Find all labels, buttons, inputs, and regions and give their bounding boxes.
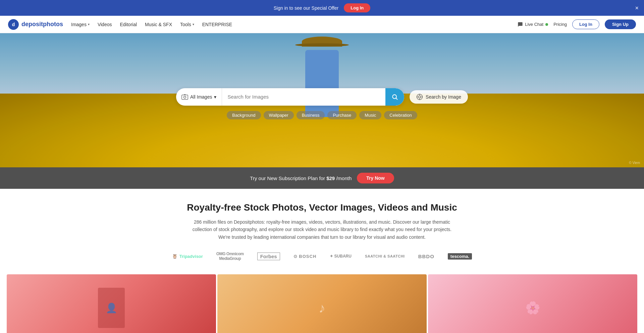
nav-music-label: Music & SFX xyxy=(145,22,172,27)
thumbnails-row: 👤 ♪ 🌸 xyxy=(7,274,637,333)
svg-line-3 xyxy=(396,98,397,99)
brand-subaru: ✦ SUBARU xyxy=(330,254,352,259)
announcement-text: Sign in to see our Special Offer xyxy=(274,5,339,11)
nav-left: d depositphotos Images ▾ Videos Editoria… xyxy=(8,19,518,30)
nav-enterprise-label: ENTERPRISE xyxy=(202,22,232,27)
nav-tools-label: Tools xyxy=(180,22,191,27)
tag-wallpaper[interactable]: Wallpaper xyxy=(264,111,294,119)
search-type-camera-icon xyxy=(181,94,188,100)
tag-business[interactable]: Business xyxy=(297,111,325,119)
search-container: All Images ▾ xyxy=(176,88,404,106)
person-hat xyxy=(302,37,342,47)
logo[interactable]: d depositphotos xyxy=(8,19,63,30)
nav-music[interactable]: Music & SFX xyxy=(145,22,172,27)
tripadvisor-icon: 🦉 xyxy=(172,254,177,259)
nav-videos-label: Videos xyxy=(98,22,112,27)
main-content: Royalty-free Stock Photos, Vector Images… xyxy=(0,189,644,333)
search-row: All Images ▾ Search by Image xyxy=(176,88,468,106)
logo-text: depositphotos xyxy=(21,21,63,28)
nav-editorial[interactable]: Editorial xyxy=(120,22,137,27)
login-button[interactable]: Log In xyxy=(572,19,599,29)
brand-omg: OMG OmnicomMediaGroup xyxy=(216,252,244,261)
live-chat-indicator xyxy=(545,23,548,26)
subscription-price: $29 xyxy=(326,175,335,181)
search-by-image-label: Search by Image xyxy=(426,94,461,100)
live-chat[interactable]: Live Chat xyxy=(518,22,548,27)
main-title: Royalty-free Stock Photos, Vector Images… xyxy=(7,202,637,213)
search-type-label: All Images xyxy=(190,94,212,100)
svg-point-1 xyxy=(184,96,186,98)
nav-images-label: Images xyxy=(71,22,87,27)
nav-videos[interactable]: Videos xyxy=(98,22,112,27)
announcement-login-button[interactable]: Log In xyxy=(344,3,370,12)
thumbnail-3[interactable]: 🌸 xyxy=(428,274,637,333)
nav-right: Live Chat Pricing Log In Sign Up xyxy=(518,19,636,29)
thumbnail-2[interactable]: ♪ xyxy=(217,274,427,333)
search-by-image-button[interactable]: Search by Image xyxy=(410,90,468,104)
nav-editorial-label: Editorial xyxy=(120,22,137,27)
hero-section: All Images ▾ Search by Image xyxy=(0,33,644,167)
search-type-arrow: ▾ xyxy=(214,94,216,100)
signup-button[interactable]: Sign Up xyxy=(605,19,636,29)
svg-rect-0 xyxy=(182,95,188,99)
brand-tripadvisor: 🦉 Tripadvisor xyxy=(172,254,203,259)
tag-music[interactable]: Music xyxy=(359,111,381,119)
nav-tools-arrow: ▾ xyxy=(193,22,194,26)
subscription-banner: Try our New Subscription Plan for $29 /m… xyxy=(0,167,644,189)
announcement-bar: Sign in to see our Special Offer Log In … xyxy=(0,0,644,16)
pricing-link[interactable]: Pricing xyxy=(553,22,567,27)
announcement-close-button[interactable]: × xyxy=(635,5,639,11)
brand-saatchi: SAATCHI & SAATCHI xyxy=(365,254,405,258)
svg-point-5 xyxy=(419,96,421,98)
try-now-button[interactable]: Try Now xyxy=(357,173,394,183)
main-navigation: d depositphotos Images ▾ Videos Editoria… xyxy=(0,16,644,33)
brands-row: 🦉 Tripadvisor OMG OmnicomMediaGroup Forb… xyxy=(7,252,637,261)
hero-watermark: © Viem xyxy=(629,161,640,165)
nav-images-arrow: ▾ xyxy=(88,22,90,26)
search-icon xyxy=(391,94,398,100)
nav-tools[interactable]: Tools ▾ xyxy=(180,22,194,27)
brand-tescoma: tescoma. xyxy=(448,253,472,260)
search-by-image-icon xyxy=(416,94,423,100)
hero-content: All Images ▾ Search by Image xyxy=(176,88,468,119)
brand-forbes: Forbes xyxy=(257,253,280,260)
nav-enterprise[interactable]: ENTERPRISE xyxy=(202,22,232,27)
logo-icon: d xyxy=(8,19,19,30)
search-submit-button[interactable] xyxy=(385,88,404,106)
live-chat-label: Live Chat xyxy=(525,22,543,27)
tag-background[interactable]: Background xyxy=(227,111,261,119)
brand-bosch: ⊙ BOSCH xyxy=(293,254,317,259)
chat-icon xyxy=(518,22,523,27)
brand-bbdo: BBDO xyxy=(418,254,434,259)
tag-celebration[interactable]: Celebration xyxy=(384,111,417,119)
main-description: 286 million files on Depositphotos: roya… xyxy=(188,218,456,241)
subscription-text: Try our New Subscription Plan for $29 /m… xyxy=(250,175,352,181)
tag-purchase[interactable]: Purchase xyxy=(327,111,357,119)
nav-images[interactable]: Images ▾ xyxy=(71,22,90,27)
thumbnail-1[interactable]: 👤 xyxy=(7,274,216,333)
search-input[interactable] xyxy=(222,94,385,100)
search-type-button[interactable]: All Images ▾ xyxy=(176,88,222,106)
tag-pills: Background Wallpaper Business Purchase M… xyxy=(227,111,417,119)
